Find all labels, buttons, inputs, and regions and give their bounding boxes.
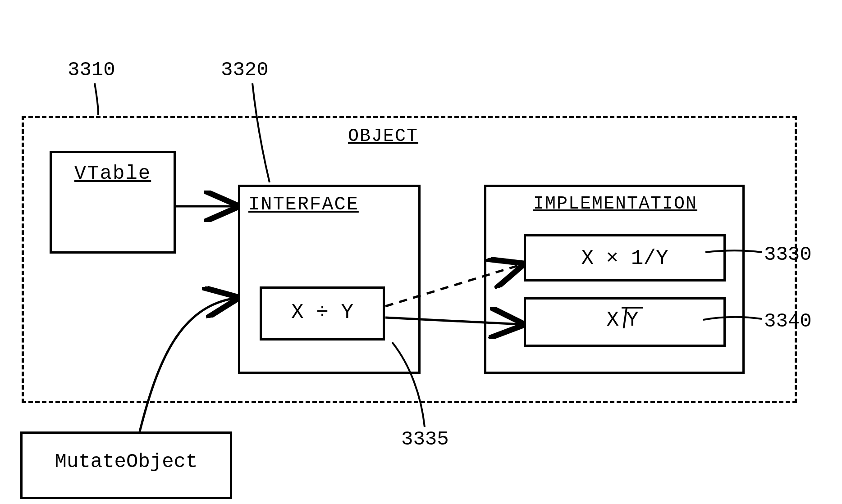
ref-3320: 3320 [221,59,269,81]
diagram-canvas: OBJECT VTable INTERFACE X ÷ Y IMPLEMENTA… [0,0,842,504]
mutate-object-label: MutateObject [20,450,232,473]
ref-3310: 3310 [68,59,115,81]
ref-3335: 3335 [401,428,449,450]
ref-3340: 3340 [764,310,812,332]
ref-3330: 3330 [764,243,812,266]
interface-operation: X ÷ Y [260,301,385,324]
vtable-title: VTable [59,162,167,185]
implementation-title: IMPLEMENTATION [494,194,737,214]
impl2-dividend: Y [622,307,643,332]
implementation-1-formula: X × 1/Y [524,247,726,270]
object-title: OBJECT [334,126,433,146]
implementation-2-formula: XY [524,309,726,332]
interface-title: INTERFACE [246,194,412,215]
